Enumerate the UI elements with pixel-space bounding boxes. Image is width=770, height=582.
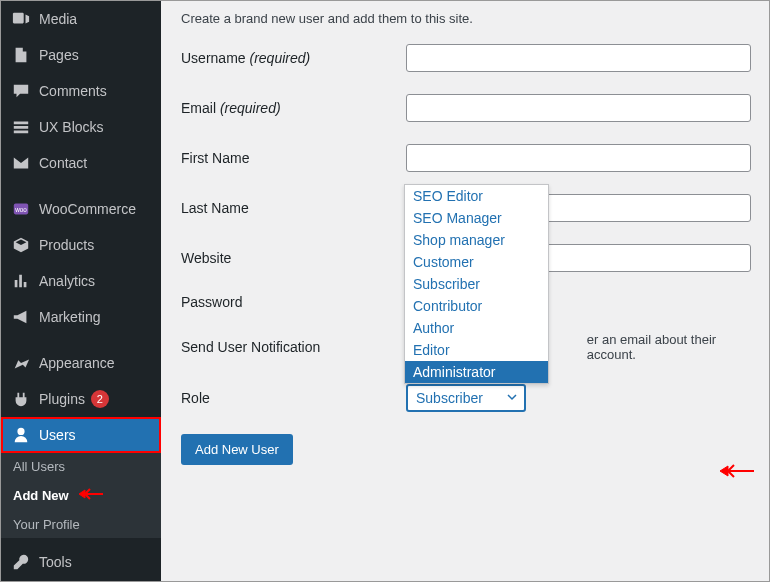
role-option-shop-manager[interactable]: Shop manager [405, 229, 548, 251]
appearance-icon [11, 353, 31, 373]
sidebar-item-analytics[interactable]: Analytics [1, 263, 161, 299]
sidebar-item-label: WooCommerce [39, 201, 136, 217]
role-select-wrap: SEO Editor SEO Manager Shop manager Cust… [406, 384, 526, 412]
email-label: Email (required) [181, 100, 406, 116]
plugins-icon [11, 389, 31, 409]
sidebar-subitem-add-new[interactable]: Add New [1, 480, 161, 511]
sidebar-item-label: Users [39, 427, 76, 443]
role-select[interactable]: Subscriber [406, 384, 526, 412]
firstname-input[interactable] [406, 144, 751, 172]
sidebar-item-products[interactable]: Products [1, 227, 161, 263]
plugins-badge: 2 [91, 390, 109, 408]
users-submenu: All Users Add New Your Profile [1, 453, 161, 538]
row-firstname: First Name [181, 144, 751, 172]
row-role: Role SEO Editor SEO Manager Shop manager… [181, 384, 751, 412]
annotation-arrow-icon [77, 486, 105, 505]
sidebar-item-label: UX Blocks [39, 119, 104, 135]
sidebar-item-label: Media [39, 11, 77, 27]
sidebar-item-users[interactable]: Users [1, 417, 161, 453]
role-label: Role [181, 390, 406, 406]
notification-note: er an email about their account. [587, 332, 751, 362]
role-option-customer[interactable]: Customer [405, 251, 548, 273]
sidebar-item-label: Marketing [39, 309, 100, 325]
sidebar-item-label: Pages [39, 47, 79, 63]
contact-icon [11, 153, 31, 173]
pages-icon [11, 45, 31, 65]
role-option-administrator[interactable]: Administrator [405, 361, 548, 383]
sidebar-subitem-all-users[interactable]: All Users [1, 453, 161, 480]
media-icon [11, 9, 31, 29]
sidebar-item-label: Analytics [39, 273, 95, 289]
admin-sidebar: Media Pages Comments UX Blocks Contact w… [1, 1, 161, 581]
sidebar-item-label: Products [39, 237, 94, 253]
role-option-author[interactable]: Author [405, 317, 548, 339]
sidebar-item-pages[interactable]: Pages [1, 37, 161, 73]
ux-blocks-icon [11, 117, 31, 137]
sidebar-item-appearance[interactable]: Appearance [1, 345, 161, 381]
sidebar-item-woocommerce[interactable]: woo WooCommerce [1, 191, 161, 227]
sidebar-item-plugins[interactable]: Plugins 2 [1, 381, 161, 417]
add-new-user-button[interactable]: Add New User [181, 434, 293, 465]
woocommerce-icon: woo [11, 199, 31, 219]
role-option-subscriber[interactable]: Subscriber [405, 273, 548, 295]
password-label: Password [181, 294, 406, 310]
sidebar-item-tools[interactable]: Tools [1, 544, 161, 580]
sidebar-item-label: Appearance [39, 355, 115, 371]
sidebar-item-ux-blocks[interactable]: UX Blocks [1, 109, 161, 145]
intro-text: Create a brand new user and add them to … [181, 11, 751, 26]
email-input[interactable] [406, 94, 751, 122]
svg-text:woo: woo [14, 206, 27, 213]
username-label: Username (required) [181, 50, 406, 66]
annotation-arrow-icon [716, 461, 756, 485]
analytics-icon [11, 271, 31, 291]
username-input[interactable] [406, 44, 751, 72]
sidebar-item-comments[interactable]: Comments [1, 73, 161, 109]
sidebar-item-media[interactable]: Media [1, 1, 161, 37]
lastname-label: Last Name [181, 200, 406, 216]
role-dropdown: SEO Editor SEO Manager Shop manager Cust… [404, 184, 549, 384]
sidebar-item-label: Plugins [39, 391, 85, 407]
users-icon [11, 425, 31, 445]
tools-icon [11, 552, 31, 572]
row-username: Username (required) [181, 44, 751, 72]
sidebar-subitem-your-profile[interactable]: Your Profile [1, 511, 161, 538]
website-label: Website [181, 250, 406, 266]
sidebar-item-marketing[interactable]: Marketing [1, 299, 161, 335]
sidebar-item-label: Tools [39, 554, 72, 570]
firstname-label: First Name [181, 150, 406, 166]
role-option-editor[interactable]: Editor [405, 339, 548, 361]
chevron-down-icon [506, 390, 518, 406]
sidebar-item-label: Contact [39, 155, 87, 171]
role-option-contributor[interactable]: Contributor [405, 295, 548, 317]
marketing-icon [11, 307, 31, 327]
row-email: Email (required) [181, 94, 751, 122]
role-option-seo-manager[interactable]: SEO Manager [405, 207, 548, 229]
comments-icon [11, 81, 31, 101]
sidebar-item-contact[interactable]: Contact [1, 145, 161, 181]
role-option-seo-editor[interactable]: SEO Editor [405, 185, 548, 207]
products-icon [11, 235, 31, 255]
main-content: Create a brand new user and add them to … [161, 1, 770, 581]
sidebar-item-label: Comments [39, 83, 107, 99]
notification-label: Send User Notification [181, 339, 384, 355]
